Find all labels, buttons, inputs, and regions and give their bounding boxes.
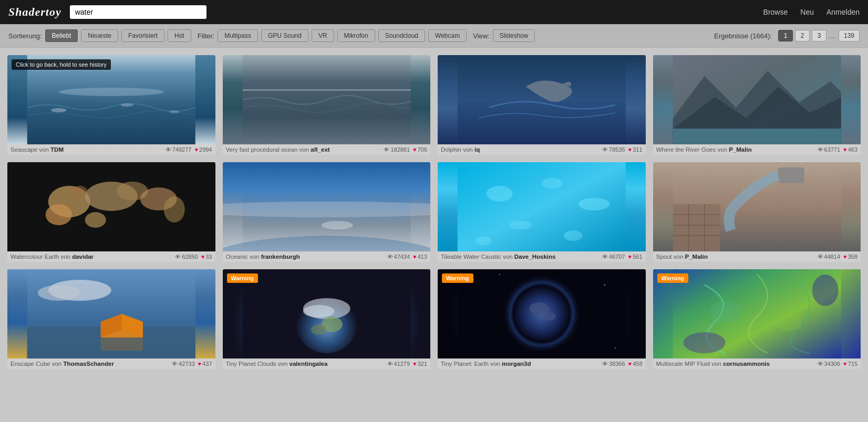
- heart-icon: [194, 146, 198, 153]
- card-enscape[interactable]: Enscape Cube von ThomasSchander42733437: [7, 269, 215, 369]
- search-input[interactable]: [70, 5, 206, 19]
- card-fluid[interactable]: WarningMultiscale MIP Fluid von cornusam…: [653, 269, 861, 369]
- svg-point-67: [812, 275, 838, 306]
- filter-mikrofon[interactable]: Mikrofon: [337, 29, 375, 42]
- card-author-tiny-planet[interactable]: valentingalea: [290, 361, 328, 367]
- card-ocean[interactable]: Very fast procedural ocean von afl_ext18…: [223, 55, 431, 155]
- page-last[interactable]: 139: [839, 30, 860, 41]
- sort-beliebt[interactable]: Beliebt: [45, 29, 78, 42]
- shader-grid: Click to go back, hold to see historySea…: [0, 48, 868, 369]
- thumb-tiny-planet: Warning: [223, 269, 431, 358]
- card-author-seascape[interactable]: TDM: [50, 146, 64, 153]
- thumb-fluid: Warning: [653, 269, 861, 358]
- header-nav: Browse Neu Anmelden: [763, 8, 860, 16]
- eye-icon: [172, 361, 178, 367]
- svg-point-2: [51, 108, 67, 112]
- filter-group: Filter: Multipass GPU Sound VR Mikrofon …: [198, 29, 467, 42]
- card-author-earth[interactable]: morgan3d: [502, 361, 531, 367]
- svg-point-18: [164, 196, 185, 223]
- heart-icon: [843, 361, 847, 367]
- card-title-earth: Tiny Planet: Earth von morgan3d: [441, 361, 600, 367]
- filter-vr[interactable]: VR: [312, 29, 334, 42]
- card-author-ocean[interactable]: afl_ext: [311, 146, 329, 153]
- thumb-earth: Warning: [438, 269, 646, 358]
- card-title-spout: Spout von P_Malin: [656, 254, 815, 260]
- card-tiny-planet[interactable]: WarningTiny Planet Clouds von valentinga…: [223, 269, 431, 369]
- card-oceanic[interactable]: Oceanic von frankenburgh47434413: [223, 162, 431, 262]
- svg-point-24: [321, 221, 353, 229]
- card-earth[interactable]: WarningTiny Planet: Earth von morgan3d38…: [438, 269, 646, 369]
- card-author-oceanic[interactable]: frankenburgh: [261, 254, 300, 260]
- card-author-dolphin[interactable]: iq: [474, 146, 480, 153]
- thumb-tileable: [438, 162, 646, 251]
- card-tileable[interactable]: Tileable Water Caustic von Dave_Hoskins4…: [438, 162, 646, 262]
- card-hearts-earth: 458: [628, 361, 643, 367]
- card-info-river: Where the River Goes von P_Malin63771463: [653, 144, 861, 155]
- thumb-spout: [653, 162, 861, 251]
- thumb-watercolour: [7, 162, 215, 251]
- page-2[interactable]: 2: [795, 30, 810, 41]
- card-river[interactable]: Where the River Goes von P_Malin63771463: [653, 55, 861, 155]
- svg-point-66: [683, 332, 725, 353]
- svg-point-51: [303, 305, 334, 318]
- card-hearts-ocean: 706: [413, 146, 427, 153]
- card-stats-spout: 44814358: [818, 254, 857, 260]
- page-1[interactable]: 1: [778, 30, 793, 41]
- svg-point-58: [615, 347, 616, 349]
- svg-point-53: [311, 324, 326, 335]
- nav-neu[interactable]: Neu: [800, 8, 814, 16]
- sort-hot[interactable]: Hot: [168, 29, 191, 42]
- filter-soundcloud[interactable]: Soundcloud: [378, 29, 425, 42]
- card-hearts-dolphin: 311: [628, 146, 643, 153]
- svg-point-65: [775, 312, 801, 331]
- filter-webcam[interactable]: Webcam: [428, 29, 467, 42]
- card-author-watercolour[interactable]: davidar: [72, 254, 94, 260]
- card-author-tileable[interactable]: Dave_Hoskins: [514, 254, 556, 260]
- page-3[interactable]: 3: [812, 30, 826, 41]
- sort-favorisiert[interactable]: Favorisiert: [121, 29, 164, 42]
- warning-badge-tiny-planet: Warning: [227, 273, 259, 283]
- card-title-oceanic: Oceanic von frankenburgh: [226, 254, 385, 260]
- eye-icon: [602, 254, 608, 260]
- view-group: View: Slideshow: [473, 29, 535, 42]
- view-slideshow[interactable]: Slideshow: [493, 29, 535, 42]
- card-spout[interactable]: Spout von P_Malin44814358: [653, 162, 861, 262]
- svg-point-64: [709, 301, 741, 322]
- card-seascape[interactable]: Click to go back, hold to see historySea…: [7, 55, 215, 155]
- svg-rect-34: [673, 204, 720, 251]
- card-stats-oceanic: 47434413: [387, 254, 427, 260]
- heart-icon: [628, 361, 632, 367]
- card-author-spout[interactable]: P_Malin: [685, 254, 707, 260]
- nav-browse[interactable]: Browse: [763, 8, 788, 16]
- card-views-dolphin: 78535: [602, 146, 625, 153]
- header: Shadertoy Browse Neu Anmelden: [0, 0, 868, 24]
- sort-neueste[interactable]: Neueste: [81, 29, 118, 42]
- card-views-earth: 38366: [602, 361, 625, 367]
- card-author-river[interactable]: P_Malin: [729, 146, 751, 153]
- svg-point-31: [476, 237, 492, 245]
- svg-rect-11: [673, 129, 841, 144]
- card-author-fluid[interactable]: cornusammonis: [723, 361, 770, 367]
- svg-point-3: [121, 103, 133, 107]
- card-info-enscape: Enscape Cube von ThomasSchander42733437: [7, 358, 215, 369]
- card-stats-enscape: 42733437: [172, 361, 212, 367]
- nav-anmelden[interactable]: Anmelden: [826, 8, 860, 16]
- card-title-tileable: Tileable Water Caustic von Dave_Hoskins: [441, 254, 600, 260]
- svg-point-1: [59, 88, 164, 96]
- card-views-river: 63771: [818, 146, 841, 153]
- heart-icon: [413, 361, 417, 367]
- card-info-tiny-planet: Tiny Planet Clouds von valentingalea4127…: [223, 358, 431, 369]
- svg-point-19: [85, 212, 106, 228]
- heart-icon: [843, 146, 847, 153]
- warning-badge-earth: Warning: [442, 273, 473, 283]
- card-author-enscape[interactable]: ThomasSchander: [63, 361, 114, 367]
- card-dolphin[interactable]: Dolphin von iq78535311: [438, 55, 646, 155]
- svg-point-30: [564, 230, 583, 241]
- card-stats-fluid: 34306715: [818, 361, 857, 367]
- card-stats-dolphin: 78535311: [602, 146, 642, 153]
- card-watercolour[interactable]: Watercolour Earth von davidar6285033: [7, 162, 215, 262]
- filter-gpu-sound[interactable]: GPU Sound: [261, 29, 308, 42]
- filter-multipass[interactable]: Multipass: [218, 29, 258, 42]
- card-hearts-fluid: 715: [843, 361, 857, 367]
- svg-point-61: [530, 302, 549, 315]
